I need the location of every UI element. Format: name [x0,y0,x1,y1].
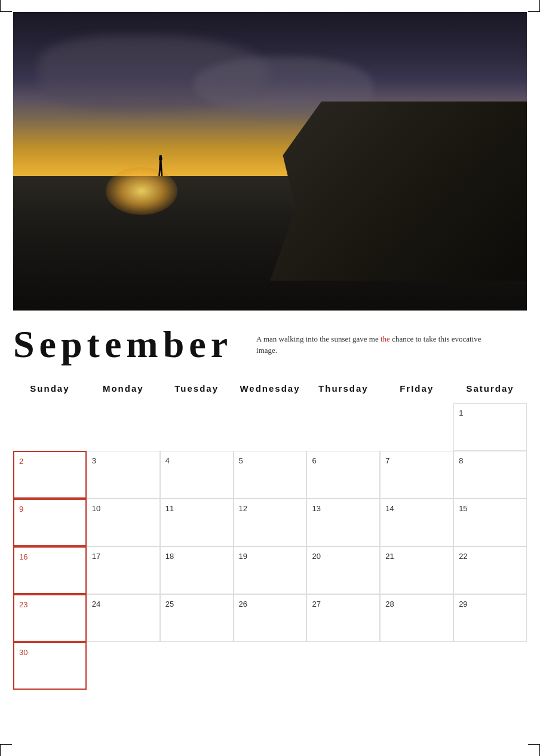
calendar-cell-empty [453,642,527,690]
calendar-cell-14: 14 [380,499,453,546]
calendar-cell-18: 18 [160,546,234,594]
calendar-cell-empty [380,403,453,451]
day-number-29: 29 [459,600,467,609]
calendar-cell-empty [306,642,380,690]
day-number-26: 26 [239,600,247,609]
calendar-cell-8: 8 [453,451,527,499]
calendar-cell-empty [160,403,234,451]
day-number-9: 9 [19,505,23,514]
calendar-cell-22: 22 [453,546,527,594]
day-number-23: 23 [19,600,27,609]
calendar-cell-empty [234,403,307,451]
calendar-grid: 1 2 3 4 5 6 7 8 9 10 11 [13,403,527,690]
calendar-cell-7: 7 [380,451,453,499]
calendar-cell-27: 27 [306,594,380,642]
photo-caption: A man walking into the sunset gave me th… [256,333,483,357]
day-number-4: 4 [165,456,170,465]
calendar-cell-25: 25 [160,594,234,642]
calendar-cell-empty [306,403,380,451]
calendar-cell-20: 20 [306,546,380,594]
day-header-monday: Monday [87,379,160,398]
day-number-8: 8 [459,456,463,465]
calendar-cell-13: 13 [306,499,380,546]
day-number-24: 24 [92,600,100,609]
header-section: September A man walking into the sunset … [13,311,527,373]
calendar-cell-9: 9 [13,499,87,546]
day-number-12: 12 [239,504,247,513]
header-photo [13,12,527,311]
day-number-11: 11 [165,504,174,513]
corner-mark-br [528,744,540,756]
day-number-21: 21 [385,552,394,561]
day-number-25: 25 [165,600,174,609]
calendar-cell-26: 26 [234,594,307,642]
calendar-cell-15: 15 [453,499,527,546]
day-number-3: 3 [92,456,96,465]
day-number-10: 10 [92,504,100,513]
calendar-cell-29: 29 [453,594,527,642]
day-number-2: 2 [19,457,23,466]
calendar-cell-12: 12 [234,499,307,546]
day-header-saturday: Saturday [453,379,527,398]
day-number-5: 5 [239,456,243,465]
calendar-cell-empty [13,403,87,451]
day-headers: Sunday Monday Tuesday Wednesday Thursday… [13,379,527,398]
day-number-13: 13 [312,504,320,513]
calendar-cell-6: 6 [306,451,380,499]
day-number-22: 22 [459,552,467,561]
photo-sun [106,167,177,215]
corner-mark-tr [528,0,540,12]
corner-mark-bl [0,744,12,756]
day-number-28: 28 [385,600,394,609]
calendar-cell-21: 21 [380,546,453,594]
calendar-cell-24: 24 [87,594,160,642]
month-title: September [13,322,232,367]
calendar-cell-5: 5 [234,451,307,499]
calendar-cell-10: 10 [87,499,160,546]
calendar-cell-17: 17 [87,546,160,594]
day-number-15: 15 [459,504,467,513]
day-number-14: 14 [385,504,394,513]
calendar-cell-23: 23 [13,594,87,642]
day-number-20: 20 [312,552,320,561]
calendar-cell-4: 4 [160,451,234,499]
calendar-cell-16: 16 [13,546,87,594]
calendar: Sunday Monday Tuesday Wednesday Thursday… [13,379,527,690]
day-number-17: 17 [92,552,100,561]
day-number-1: 1 [459,408,463,417]
day-number-7: 7 [385,456,389,465]
calendar-cell-empty [380,642,453,690]
day-number-6: 6 [312,456,316,465]
calendar-cell-empty [234,642,307,690]
day-header-sunday: Sunday [13,379,87,398]
calendar-cell-1: 1 [453,403,527,451]
caption-highlight: the [381,334,390,343]
calendar-cell-30: 30 [13,642,87,690]
calendar-cell-3: 3 [87,451,160,499]
day-number-16: 16 [19,552,27,561]
corner-mark-tl [0,0,12,12]
day-header-wednesday: Wednesday [234,379,307,398]
day-number-19: 19 [239,552,247,561]
calendar-cell-empty [87,403,160,451]
calendar-cell-empty [160,642,234,690]
day-header-tuesday: Tuesday [160,379,234,398]
day-number-30: 30 [19,648,27,657]
photo-rocks [270,102,527,281]
calendar-cell-2: 2 [13,451,87,499]
day-number-18: 18 [165,552,174,561]
day-header-friday: FrIday [380,379,453,398]
calendar-cell-11: 11 [160,499,234,546]
calendar-cell-28: 28 [380,594,453,642]
calendar-cell-empty [87,642,160,690]
calendar-cell-19: 19 [234,546,307,594]
day-header-thursday: Thursday [306,379,380,398]
photo-background [13,12,527,311]
day-number-27: 27 [312,600,320,609]
